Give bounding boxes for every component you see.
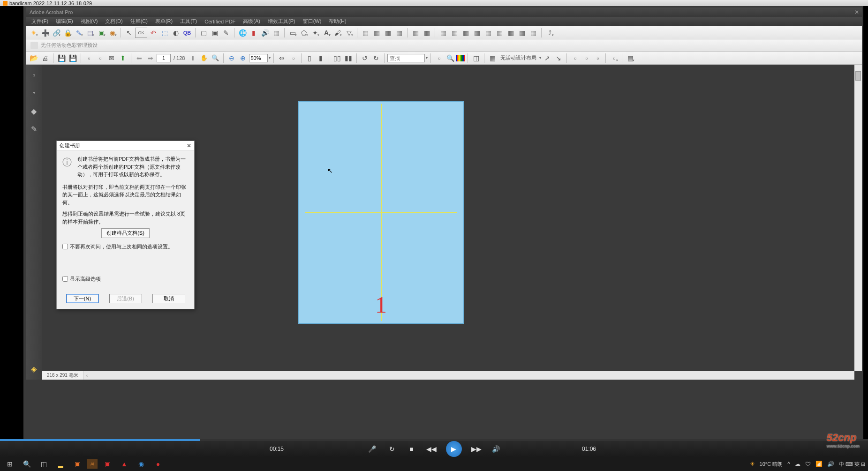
- network-icon[interactable]: 📶: [815, 461, 823, 467]
- loop-button[interactable]: ↻: [387, 444, 397, 454]
- fit-width[interactable]: ⇔: [277, 53, 287, 63]
- secure-button[interactable]: 🔒: [62, 28, 73, 38]
- app-icon-3[interactable]: ◉: [134, 458, 148, 470]
- zoom-tool[interactable]: [210, 53, 220, 63]
- email-button[interactable]: [106, 53, 117, 63]
- menu-file[interactable]: 文件(F): [28, 17, 52, 26]
- layout-two[interactable]: ▯▯: [332, 53, 342, 63]
- dialog-titlebar[interactable]: 创建书册 ✕: [57, 141, 194, 150]
- dont-ask-checkbox[interactable]: [62, 244, 68, 249]
- grid-f[interactable]: ▦: [422, 28, 432, 38]
- back-button[interactable]: 后退(B): [109, 294, 142, 303]
- video-button[interactable]: ▦: [271, 28, 281, 38]
- doc-a[interactable]: ▫: [84, 53, 94, 63]
- tool-x1[interactable]: ▫: [434, 53, 444, 63]
- shape-text[interactable]: A: [321, 28, 332, 38]
- grid-a[interactable]: ▦: [360, 28, 370, 38]
- layout-icon[interactable]: ▦: [487, 53, 498, 63]
- grid-d[interactable]: ▦: [394, 28, 404, 38]
- app-icon-1[interactable]: ▣: [70, 458, 84, 470]
- search-input[interactable]: [387, 54, 425, 62]
- scrollbar-thumb[interactable]: [855, 71, 861, 81]
- weather-icon[interactable]: ☀: [750, 461, 755, 467]
- bookmarks-panel-icon[interactable]: ▫: [29, 88, 39, 98]
- hand-tool[interactable]: [199, 53, 209, 63]
- doc-b[interactable]: ▫: [95, 53, 106, 63]
- forms-button[interactable]: ▤: [85, 28, 95, 38]
- web-button[interactable]: 🌐: [237, 28, 248, 38]
- sound-button[interactable]: 🔊: [260, 28, 270, 38]
- undo-button[interactable]: ↶: [148, 28, 159, 38]
- tool-y4[interactable]: ▫: [581, 53, 591, 63]
- menu-forms[interactable]: 表单(R): [151, 17, 176, 26]
- menu-edit[interactable]: 编辑(E): [52, 17, 77, 26]
- acrobat-close-button[interactable]: ✕: [854, 9, 859, 15]
- tool-y2[interactable]: ↘: [553, 53, 564, 63]
- grid-h[interactable]: ▦: [449, 28, 460, 38]
- search-button[interactable]: 🔍: [20, 458, 34, 470]
- layers-panel-icon[interactable]: ◆: [29, 106, 39, 116]
- layout-twocont[interactable]: ▮▮: [343, 53, 354, 63]
- create-sample-button[interactable]: 创建样品文档(S): [101, 228, 150, 238]
- signatures-panel-icon[interactable]: ✎: [29, 124, 39, 134]
- next-page-button[interactable]: [145, 53, 156, 63]
- zoom-in[interactable]: ⊕: [238, 53, 248, 63]
- grid-k[interactable]: ▦: [483, 28, 493, 38]
- menu-pitstop[interactable]: 增效工具(P): [264, 17, 299, 26]
- tool-y5[interactable]: ▫: [592, 53, 603, 63]
- open-button[interactable]: [29, 53, 39, 63]
- toolbar-btn-b[interactable]: ▣: [210, 28, 220, 38]
- combine-button[interactable]: ➕: [40, 28, 50, 38]
- shape-brush[interactable]: 🖌: [332, 28, 343, 38]
- prev-page-button[interactable]: [134, 53, 144, 63]
- toolbar-btn-a[interactable]: ▢: [198, 28, 209, 38]
- ok-button[interactable]: OK: [135, 28, 147, 38]
- color-bars[interactable]: [456, 55, 465, 61]
- multimedia-button[interactable]: ▣: [96, 28, 106, 38]
- pdf-button[interactable]: ▮: [249, 28, 259, 38]
- menu-tools[interactable]: 工具(T): [176, 17, 201, 26]
- explorer-icon[interactable]: ▂: [53, 458, 68, 470]
- crop-button[interactable]: ⬚: [159, 28, 170, 38]
- onedrive-icon[interactable]: ☁: [795, 461, 800, 467]
- volume-button[interactable]: 🔊: [491, 444, 501, 454]
- sign-button[interactable]: ✎: [74, 28, 84, 38]
- cancel-button[interactable]: 取消: [152, 294, 185, 303]
- app-icon-acrobat[interactable]: ▲: [117, 458, 131, 470]
- shape-align[interactable]: ✦: [310, 28, 320, 38]
- dialog-close-button[interactable]: ✕: [187, 142, 191, 149]
- zoom-out[interactable]: ⊖: [226, 53, 237, 63]
- tool-y7[interactable]: ▤: [625, 53, 635, 63]
- shape-poly[interactable]: ⬠: [299, 28, 309, 38]
- sound-icon[interactable]: 🔊: [827, 461, 834, 467]
- menu-certified[interactable]: Certified PDF: [201, 18, 239, 25]
- ime-text[interactable]: 中 ⌨ 英 ⊞: [839, 461, 865, 468]
- toolbar-btn-c[interactable]: ✎: [221, 28, 231, 38]
- pages-panel-icon[interactable]: ▫: [29, 70, 39, 81]
- app-icon-ai[interactable]: Ai: [87, 459, 98, 469]
- forward-button[interactable]: ▶▶: [471, 444, 482, 454]
- grid-i[interactable]: ▦: [460, 28, 471, 38]
- scrollbar-vertical[interactable]: [854, 65, 862, 371]
- grid-l[interactable]: ▦: [494, 28, 505, 38]
- comment-button[interactable]: ◉: [107, 28, 118, 38]
- saveas-button[interactable]: 💾: [68, 53, 78, 63]
- weather-text[interactable]: 10°C 晴朗: [760, 461, 783, 468]
- select-tool[interactable]: ↖: [124, 28, 134, 38]
- grid-c[interactable]: ▦: [383, 28, 393, 38]
- tool-y3[interactable]: ▫: [570, 53, 580, 63]
- next-button[interactable]: 下一(N): [66, 294, 99, 303]
- grid-m[interactable]: ▦: [506, 28, 516, 38]
- zoom-input[interactable]: [249, 54, 268, 62]
- layout-toggle[interactable]: ◫: [471, 53, 481, 63]
- text-tool[interactable]: [188, 53, 198, 63]
- export-button[interactable]: ⤴: [544, 28, 555, 38]
- grid-j[interactable]: ▦: [472, 28, 482, 38]
- shape-rect[interactable]: ▭: [287, 28, 298, 38]
- grid-b[interactable]: ▦: [371, 28, 382, 38]
- menu-advanced[interactable]: 高级(A): [239, 17, 264, 26]
- app-icon-record[interactable]: ●: [151, 458, 165, 470]
- grid-g[interactable]: ▦: [438, 28, 448, 38]
- menu-help[interactable]: 帮助(H): [325, 17, 350, 26]
- app-icon-2[interactable]: ▣: [100, 458, 114, 470]
